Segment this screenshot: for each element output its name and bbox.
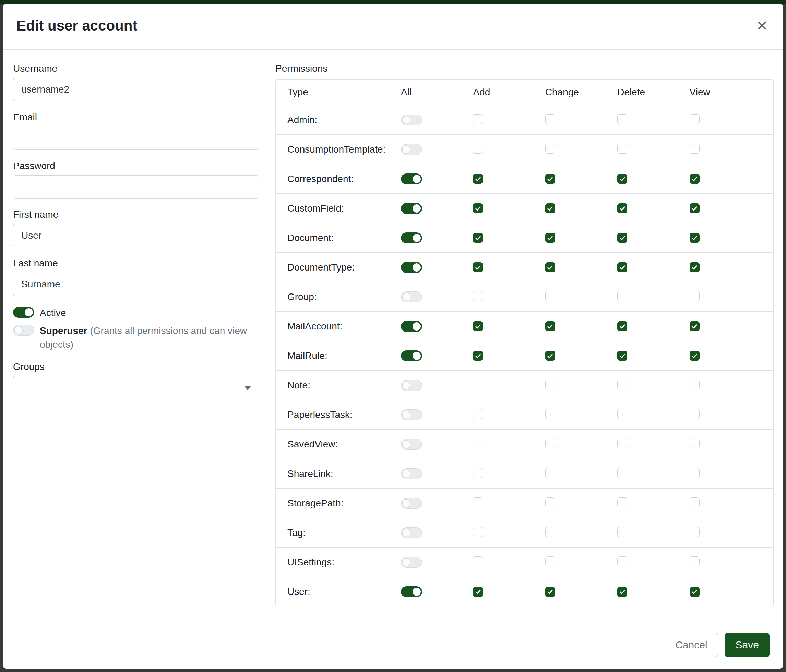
toggle-knob	[413, 588, 421, 596]
permission-delete-checkbox[interactable]	[617, 233, 627, 243]
permission-add-checkbox[interactable]	[473, 233, 483, 243]
permission-add-checkbox[interactable]	[473, 409, 483, 419]
permission-all-toggle[interactable]	[401, 321, 422, 332]
permission-delete-checkbox[interactable]	[617, 174, 627, 184]
last-name-field[interactable]	[13, 273, 259, 296]
permission-all-toggle[interactable]	[401, 380, 422, 391]
permission-all-toggle[interactable]	[401, 586, 422, 597]
permission-change-checkbox[interactable]	[545, 144, 555, 154]
permission-view-checkbox[interactable]	[690, 351, 700, 361]
permission-all-toggle[interactable]	[401, 439, 422, 450]
permission-add-checkbox[interactable]	[473, 556, 483, 567]
permission-change-checkbox[interactable]	[545, 587, 555, 597]
permission-add-checkbox[interactable]	[473, 262, 483, 272]
permission-add-checkbox[interactable]	[473, 351, 483, 361]
permission-add-checkbox[interactable]	[473, 321, 483, 331]
cancel-button[interactable]: Cancel	[665, 633, 718, 657]
permission-delete-checkbox[interactable]	[617, 527, 627, 537]
permission-change-checkbox[interactable]	[545, 556, 555, 567]
permission-delete-checkbox[interactable]	[617, 556, 627, 567]
permission-change-checkbox[interactable]	[545, 321, 555, 331]
permission-change-checkbox[interactable]	[545, 527, 555, 537]
save-button[interactable]: Save	[725, 633, 770, 657]
check-icon	[619, 234, 626, 241]
permission-add-checkbox[interactable]	[473, 114, 483, 124]
permission-all-toggle[interactable]	[401, 498, 422, 509]
permission-view-checkbox[interactable]	[690, 262, 700, 272]
permission-add-checkbox[interactable]	[473, 203, 483, 213]
permission-view-checkbox[interactable]	[690, 498, 700, 507]
permission-add-checkbox[interactable]	[473, 587, 483, 597]
permission-all-toggle[interactable]	[401, 173, 422, 184]
groups-label: Groups	[13, 361, 259, 373]
permission-view-checkbox[interactable]	[690, 438, 700, 449]
permission-delete-checkbox[interactable]	[617, 291, 627, 301]
permission-delete-checkbox[interactable]	[617, 262, 627, 272]
permission-delete-checkbox[interactable]	[617, 380, 627, 389]
permission-change-checkbox[interactable]	[545, 351, 555, 361]
permission-all-toggle[interactable]	[401, 527, 422, 538]
permission-view-checkbox[interactable]	[690, 291, 700, 301]
permission-view-checkbox[interactable]	[690, 174, 700, 184]
permission-all-toggle[interactable]	[401, 262, 422, 273]
permission-all-toggle[interactable]	[401, 144, 422, 155]
permission-add-checkbox[interactable]	[473, 527, 483, 537]
password-field[interactable]	[13, 175, 259, 198]
permission-add-checkbox[interactable]	[473, 498, 483, 507]
permission-delete-checkbox[interactable]	[617, 203, 627, 213]
permission-view-checkbox[interactable]	[690, 556, 700, 567]
permission-change-checkbox[interactable]	[545, 468, 555, 478]
permission-view-checkbox[interactable]	[690, 380, 700, 389]
permission-view-checkbox[interactable]	[690, 144, 700, 154]
permission-view-checkbox[interactable]	[690, 527, 700, 537]
first-name-field[interactable]	[13, 224, 259, 247]
permission-change-checkbox[interactable]	[545, 409, 555, 419]
permission-add-checkbox[interactable]	[473, 174, 483, 184]
permission-change-checkbox[interactable]	[545, 114, 555, 124]
email-field[interactable]	[13, 127, 259, 150]
permission-delete-checkbox[interactable]	[617, 409, 627, 419]
permission-add-checkbox[interactable]	[473, 380, 483, 389]
permission-delete-checkbox[interactable]	[617, 468, 627, 478]
permission-add-checkbox[interactable]	[473, 438, 483, 449]
permission-all-toggle[interactable]	[401, 291, 422, 302]
permission-delete-checkbox[interactable]	[617, 114, 627, 124]
permission-add-checkbox[interactable]	[473, 468, 483, 478]
permission-all-toggle[interactable]	[401, 468, 422, 479]
permission-all-toggle[interactable]	[401, 350, 422, 361]
check-icon	[547, 234, 553, 241]
permission-all-toggle[interactable]	[401, 203, 422, 214]
permission-delete-checkbox[interactable]	[617, 498, 627, 507]
close-icon[interactable]: ×	[756, 18, 767, 33]
permission-delete-checkbox[interactable]	[617, 438, 627, 449]
permission-view-checkbox[interactable]	[690, 233, 700, 243]
permission-delete-checkbox[interactable]	[617, 587, 627, 597]
permission-view-checkbox[interactable]	[690, 468, 700, 478]
permission-change-checkbox[interactable]	[545, 174, 555, 184]
permission-delete-checkbox[interactable]	[617, 321, 627, 331]
permission-view-checkbox[interactable]	[690, 587, 700, 597]
permission-change-checkbox[interactable]	[545, 291, 555, 301]
permission-delete-checkbox[interactable]	[617, 144, 627, 154]
permission-view-checkbox[interactable]	[690, 114, 700, 124]
groups-select[interactable]	[13, 376, 259, 399]
permission-change-checkbox[interactable]	[545, 498, 555, 507]
permission-add-checkbox[interactable]	[473, 291, 483, 301]
permission-change-checkbox[interactable]	[545, 262, 555, 272]
permission-view-checkbox[interactable]	[690, 203, 700, 213]
username-input[interactable]	[13, 78, 259, 101]
permission-all-toggle[interactable]	[401, 409, 422, 420]
permission-change-checkbox[interactable]	[545, 233, 555, 243]
permission-change-checkbox[interactable]	[545, 380, 555, 389]
permission-change-checkbox[interactable]	[545, 203, 555, 213]
permission-view-checkbox[interactable]	[690, 321, 700, 331]
permission-all-toggle[interactable]	[401, 557, 422, 568]
superuser-toggle[interactable]	[13, 325, 34, 336]
active-toggle[interactable]	[13, 307, 34, 318]
permission-delete-checkbox[interactable]	[617, 351, 627, 361]
permission-all-toggle[interactable]	[401, 115, 422, 126]
permission-change-checkbox[interactable]	[545, 438, 555, 449]
permission-all-toggle[interactable]	[401, 232, 422, 243]
permission-add-checkbox[interactable]	[473, 144, 483, 154]
permission-view-checkbox[interactable]	[690, 409, 700, 419]
